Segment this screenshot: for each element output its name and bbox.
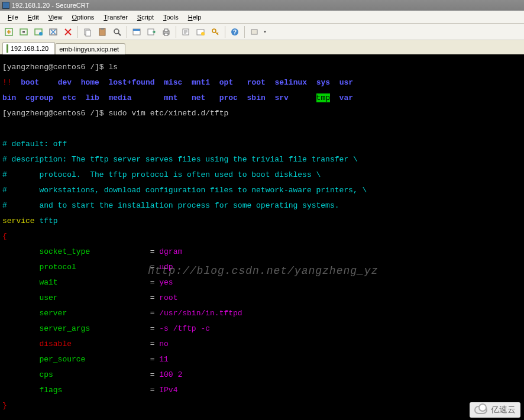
toolbar-separator — [176, 26, 176, 38]
menu-transfer[interactable]: Transfer — [99, 12, 132, 22]
tb-connect-icon[interactable] — [17, 25, 30, 38]
menu-help[interactable]: Help — [184, 12, 206, 22]
tab-active-indicator — [7, 44, 8, 53]
svg-rect-11 — [133, 29, 140, 31]
tab-session-2[interactable]: emb-lingyun.xicp.net — [55, 43, 125, 54]
tb-toggle-icon[interactable] — [248, 25, 261, 38]
toolbar: ? ▾ — [0, 24, 524, 40]
tab-strip: 192.168.1.20 emb-lingyun.xicp.net — [0, 40, 524, 54]
command-text: sudo vim etc/xinetd.d/tftp — [108, 109, 228, 118]
vim-kv: flags = IPv4 — [2, 386, 522, 394]
toolbar-separator — [77, 26, 78, 38]
svg-rect-22 — [251, 30, 257, 34]
cloud-icon — [474, 406, 487, 414]
menubar: File Edit View Options Transfer Script T… — [0, 11, 524, 24]
tab-label: 192.168.1.20 — [11, 45, 48, 52]
tb-session-options-icon[interactable] — [130, 25, 143, 38]
command-text: ls — [108, 63, 118, 72]
svg-rect-14 — [164, 29, 168, 31]
vim-kv: server = /usr/sbin/in.tftpd — [2, 309, 522, 317]
toolbar-separator — [127, 26, 127, 38]
prompt: [yangzheng@centos6 /]$ — [2, 109, 108, 118]
vim-comment: # workstations, download configuration f… — [2, 186, 522, 194]
vim-service-line: service tftp — [2, 217, 522, 225]
menu-file[interactable]: File — [4, 12, 22, 22]
tb-options-icon[interactable] — [194, 25, 207, 38]
tab-label: emb-lingyun.xicp.net — [59, 46, 119, 53]
vim-kv: per_source = 11 — [2, 356, 522, 363]
tb-properties-icon[interactable] — [179, 25, 192, 38]
svg-point-18 — [201, 32, 205, 35]
vim-brace: } — [2, 402, 522, 409]
tb-disconnect-icon[interactable] — [47, 25, 60, 38]
tb-quick-connect-icon[interactable] — [2, 25, 15, 38]
vim-kv: user = root — [2, 294, 522, 302]
tab-session-1[interactable]: 192.168.1.20 — [2, 42, 55, 54]
svg-rect-8 — [101, 28, 104, 30]
menu-tools[interactable]: Tools — [159, 12, 183, 22]
menu-options[interactable]: Options — [67, 12, 98, 22]
toolbar-overflow-icon[interactable]: ▾ — [263, 29, 267, 34]
corner-logo-text: 亿速云 — [491, 405, 516, 415]
prompt: [yangzheng@centos6 /]$ — [2, 63, 108, 72]
vim-kv: server_args = -s /tftp -c — [2, 325, 522, 332]
tb-help-icon[interactable]: ? — [228, 25, 241, 38]
tb-copy-icon[interactable] — [81, 25, 94, 38]
menu-edit[interactable]: Edit — [24, 12, 43, 22]
menu-view[interactable]: View — [44, 12, 67, 22]
tb-paste-icon[interactable] — [96, 25, 109, 38]
svg-text:?: ? — [233, 29, 237, 35]
svg-point-3 — [39, 32, 43, 35]
svg-point-9 — [114, 29, 119, 34]
ls-output-row: bin cgroup etc lib media mnt net proc sb… — [2, 94, 522, 102]
vim-tilde: ~ — [2, 417, 522, 420]
tb-print-icon[interactable] — [160, 25, 173, 38]
ls-output-row: !! boot dev home lost+found misc mnt1 op… — [2, 79, 522, 86]
window-title: 192.168.1.20 - SecureCRT — [12, 2, 89, 9]
menu-script[interactable]: Script — [133, 12, 158, 22]
svg-rect-15 — [164, 33, 168, 35]
toolbar-separator — [244, 26, 245, 38]
vim-brace: { — [2, 232, 522, 240]
window-titlebar: 192.168.1.20 - SecureCRT — [0, 0, 524, 11]
tb-disconnect-all-icon[interactable] — [62, 25, 75, 38]
app-icon — [2, 2, 9, 9]
tb-send-icon[interactable] — [145, 25, 158, 38]
toolbar-separator — [225, 26, 225, 38]
vim-comment: # and to start the installation process … — [2, 202, 522, 209]
vim-kv: cps = 100 2 — [2, 371, 522, 379]
corner-logo: 亿速云 — [470, 402, 520, 418]
vim-comment: # protocol. The tftp protocol is often u… — [2, 171, 522, 179]
tb-key-icon[interactable] — [209, 25, 222, 38]
vim-kv: wait = yes — [2, 279, 522, 286]
terminal-view[interactable]: [yangzheng@centos6 /]$ ls !! boot dev ho… — [0, 54, 524, 420]
vim-comment: # default: off — [2, 140, 522, 148]
ls-tmp-highlighted: tmp — [316, 93, 330, 102]
tb-find-icon[interactable] — [111, 25, 124, 38]
vim-kv: disable = no — [2, 340, 522, 348]
tb-reconnect-icon[interactable] — [32, 25, 45, 38]
vim-kv: socket_type = dgram — [2, 248, 522, 256]
vim-comment: # description: The tftp server serves fi… — [2, 156, 522, 163]
vim-kv: protocol = udp — [2, 263, 522, 271]
svg-rect-6 — [86, 30, 90, 36]
